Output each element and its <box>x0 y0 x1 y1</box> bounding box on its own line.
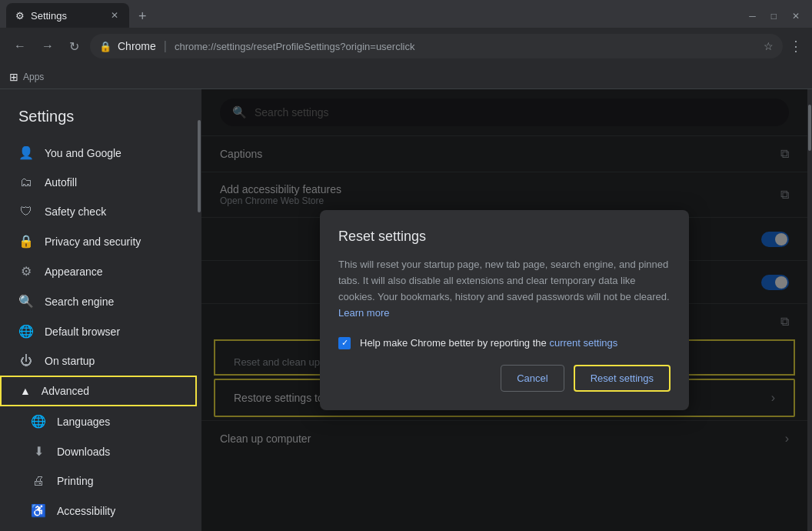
sidebar-title: Settings <box>0 102 197 138</box>
sidebar-item-autofill[interactable]: 🗂 Autofill <box>0 168 197 197</box>
address-bar: ← → ↻ 🔒 Chrome | chrome://settings/reset… <box>0 28 812 65</box>
reset-dialog: Reset settings This will reset your star… <box>320 210 689 409</box>
learn-more-link[interactable]: Learn more <box>338 307 389 319</box>
shield-icon: 🛡 <box>18 205 34 219</box>
sidebar-label-browser: Default browser <box>45 326 120 338</box>
bookmark-button[interactable]: ☆ <box>764 40 774 52</box>
tab-close-button[interactable]: ✕ <box>109 8 120 22</box>
close-button[interactable]: ✕ <box>786 8 806 25</box>
minimize-button[interactable]: ─ <box>743 8 762 25</box>
sidebar-item-search-engine[interactable]: 🔍 Search engine <box>0 286 197 316</box>
sidebar-label-safety: Safety check <box>45 205 106 218</box>
address-input[interactable]: 🔒 Chrome | chrome://settings/resetProfil… <box>90 34 783 58</box>
reset-settings-button[interactable]: Reset settings <box>574 365 671 392</box>
back-button[interactable]: ← <box>9 36 31 56</box>
url-path: chrome://settings/resetProfileSettings?o… <box>175 41 415 52</box>
lock-sidebar-icon: 🔒 <box>18 234 34 249</box>
search-engine-icon: 🔍 <box>18 294 34 309</box>
sidebar-label-autofill: Autofill <box>45 176 77 189</box>
apps-label: Apps <box>23 72 44 82</box>
sidebar-item-downloads[interactable]: ⬇ Downloads <box>0 436 197 466</box>
sidebar-label-startup: On startup <box>45 355 95 367</box>
sidebar-item-safety-check[interactable]: 🛡 Safety check <box>0 197 197 226</box>
cancel-button[interactable]: Cancel <box>501 365 564 392</box>
main-layout: Settings 👤 You and Google 🗂 Autofill 🛡 S… <box>0 89 812 531</box>
startup-icon: ⏻ <box>18 354 34 368</box>
sidebar-item-appearance[interactable]: ⚙ Appearance <box>0 256 197 286</box>
sidebar-item-advanced[interactable]: ▲ Advanced <box>0 376 197 406</box>
sidebar-label-advanced: Advanced <box>42 385 89 397</box>
settings-tab[interactable]: ⚙ Settings ✕ <box>6 3 129 28</box>
sidebar-item-printing[interactable]: 🖨 Printing <box>0 466 197 496</box>
sidebar-item-default-browser[interactable]: 🌐 Default browser <box>0 316 197 346</box>
person-icon: 👤 <box>18 145 34 160</box>
current-settings-link[interactable]: current settings <box>549 337 617 349</box>
content-scrollbar[interactable] <box>808 105 811 151</box>
sidebar-label-privacy: Privacy and security <box>45 235 141 248</box>
dialog-checkbox-label: Help make Chrome better by reporting the… <box>360 337 617 349</box>
apps-bar: ⊞ Apps <box>0 65 812 89</box>
printing-icon: 🖨 <box>31 474 46 488</box>
advanced-expand-icon: ▲ <box>20 385 31 397</box>
chrome-menu-button[interactable]: ⋮ <box>789 38 803 55</box>
sidebar-label-you-google: You and Google <box>45 147 121 159</box>
dialog-body: This will reset your startup page, new t… <box>338 257 671 321</box>
appearance-icon: ⚙ <box>18 264 34 279</box>
tab-title: Settings <box>31 10 103 22</box>
sidebar-item-you-and-google[interactable]: 👤 You and Google <box>0 138 197 168</box>
sidebar-item-on-startup[interactable]: ⏻ On startup <box>0 346 197 376</box>
forward-button[interactable]: → <box>37 36 58 56</box>
content-area: 🔍 Captions ⧉ Add accessibility features … <box>201 89 807 531</box>
lock-icon: 🔒 <box>99 41 111 52</box>
sidebar-item-privacy[interactable]: 🔒 Privacy and security <box>0 226 197 256</box>
dialog-buttons: Cancel Reset settings <box>338 365 671 392</box>
sidebar-label-printing: Printing <box>57 475 93 487</box>
downloads-icon: ⬇ <box>31 444 46 459</box>
autofill-icon: 🗂 <box>18 175 34 189</box>
tab-settings-icon: ⚙ <box>15 10 25 22</box>
chrome-origin-label: Chrome <box>118 40 156 52</box>
apps-grid-icon: ⊞ <box>9 71 18 83</box>
dialog-checkbox[interactable]: ✓ <box>338 337 351 349</box>
sidebar-item-languages[interactable]: 🌐 Languages <box>0 406 197 436</box>
sidebar: Settings 👤 You and Google 🗂 Autofill 🛡 S… <box>0 89 197 531</box>
sidebar-label-appearance: Appearance <box>45 266 103 278</box>
dialog-overlay: Reset settings This will reset your star… <box>201 89 807 531</box>
sidebar-label-search: Search engine <box>45 296 114 308</box>
reload-button[interactable]: ↻ <box>65 36 84 57</box>
maximize-button[interactable]: □ <box>765 8 783 25</box>
sidebar-label-downloads: Downloads <box>57 446 110 458</box>
accessibility-icon: ♿ <box>31 503 46 518</box>
browser-icon: 🌐 <box>18 324 34 339</box>
languages-icon: 🌐 <box>31 414 46 429</box>
dialog-checkbox-row: ✓ Help make Chrome better by reporting t… <box>338 337 671 349</box>
sidebar-scrollbar[interactable] <box>198 120 201 212</box>
sidebar-label-languages: Languages <box>57 416 110 428</box>
sidebar-label-accessibility: Accessibility <box>57 505 115 517</box>
sidebar-item-accessibility[interactable]: ♿ Accessibility <box>0 496 197 526</box>
url-separator: | <box>164 39 167 53</box>
dialog-title: Reset settings <box>338 229 671 245</box>
new-tab-button[interactable]: + <box>132 5 153 28</box>
